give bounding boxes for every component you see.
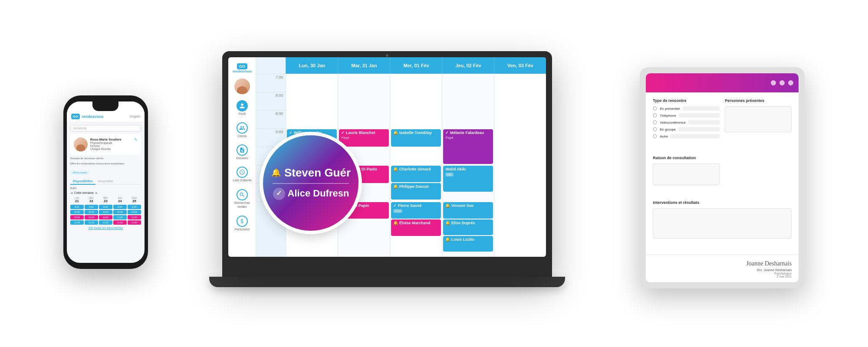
cal-go-badge: GO xyxy=(237,63,247,69)
tablet-dot-1 xyxy=(771,80,776,85)
event-vincent[interactable]: 🔔 Vincent Sue xyxy=(443,202,493,219)
profil-icon xyxy=(237,100,248,111)
cal-header-lun: Lun, 30 Jan xyxy=(286,57,338,74)
event-elise-name: 🔔 Elise Duprés xyxy=(445,221,491,226)
event-elise[interactable]: 🔔 Elise Duprés xyxy=(443,219,493,235)
tablet-raison-input[interactable] xyxy=(653,164,720,185)
phone-tab-info[interactable]: Information xyxy=(95,178,116,184)
laptop-base xyxy=(209,277,565,287)
tablet-option-telephone: Téléphone xyxy=(653,113,720,118)
tablet-radio-video[interactable] xyxy=(653,120,657,124)
tablet-device: Type de rencontre En présentiel Téléphon… xyxy=(640,67,805,288)
tablet-input-telephone xyxy=(679,113,720,118)
cal-day-jeu: ✓ Mélanie Falardeau Payé Walid Akiki 9$S… xyxy=(442,74,494,257)
phone-day-mar: Mar 22 xyxy=(85,196,98,203)
slot-1[interactable]: 9:00 xyxy=(70,205,84,209)
tablet-personnes-input[interactable] xyxy=(725,106,792,132)
tablet-label-video: Vidéoconférence xyxy=(660,121,686,124)
event-walid[interactable]: Walid Akiki 9$S xyxy=(443,166,493,192)
cal-logo: GO rendezvous xyxy=(233,62,252,73)
slot-2[interactable]: 9:00 xyxy=(85,205,98,209)
event-isabelle[interactable]: 🔔 Isabelle Tremblay xyxy=(391,129,441,147)
slot-14[interactable]: 11:00 xyxy=(113,215,127,219)
clients-icon xyxy=(237,122,248,134)
tablet-radio-groupe[interactable] xyxy=(653,127,657,131)
slot-11[interactable]: 10:00 xyxy=(70,215,84,219)
event-melanie[interactable]: ✓ Mélanie Falardeau Payé xyxy=(443,129,493,164)
zoom-check-icon: ✓ xyxy=(273,188,285,200)
sidebar-item-recherche[interactable]: Rechercher rendez xyxy=(230,187,254,211)
sidebar-item-clients[interactable]: Clients xyxy=(230,120,254,140)
tablet-type-section: Type de rencontre En présentiel Téléphon… xyxy=(653,98,720,151)
slot-9[interactable]: 10:00 xyxy=(113,210,127,214)
recherche-icon xyxy=(237,189,248,200)
event-louis[interactable]: 🔔 Louis Lozito xyxy=(443,236,493,252)
phone-filter-label: Suivi xyxy=(70,187,76,190)
tablet-header xyxy=(646,73,799,92)
event-eloise-name: 🔔 Éloïse Marchand xyxy=(393,221,439,226)
phone-tab-dispo[interactable]: Disponibilités xyxy=(70,178,95,185)
sidebar-item-attente[interactable]: Liste d'attente xyxy=(230,164,254,185)
cal-user-avatar xyxy=(234,79,250,94)
tablet-dot-3 xyxy=(788,80,793,85)
slot-12[interactable]: 10:00 xyxy=(85,215,98,219)
sidebar-label-profil: Profil xyxy=(239,112,246,115)
event-laurie[interactable]: ✓ Laurie Blanchet Payé xyxy=(339,129,389,147)
phone-day-jeu: Jeu 24 xyxy=(113,196,127,203)
phone-profile-gender: Femme xyxy=(90,144,132,147)
slot-20[interactable]: 11:00 xyxy=(128,220,141,225)
laptop-container: GO rendezvous Profil xyxy=(222,51,565,287)
laptop-device: GO rendezvous Profil xyxy=(222,51,552,277)
zoom-circle: 🔔 Steven Guér ✓ Alice Dufresn xyxy=(263,135,358,231)
slot-4[interactable]: 9:00 xyxy=(113,205,127,209)
tablet-input-groupe xyxy=(678,127,720,131)
event-william-name: ✓ William Landry xyxy=(289,131,335,136)
slot-15[interactable]: 11:00 xyxy=(128,215,141,219)
tablet-option-presentiel: En présentiel xyxy=(653,106,720,111)
slot-13[interactable]: 10:00 xyxy=(99,215,112,219)
phone-profile: Rose-Marie Souliere Physiothérapeute Fem… xyxy=(70,134,141,155)
tablet-interventions-input[interactable] xyxy=(653,208,792,239)
slot-7[interactable]: 10:00 xyxy=(85,210,98,214)
phone-profile-info: Rose-Marie Souliere Physiothérapeute Fem… xyxy=(90,137,132,151)
cal-header-mar: Mar, 31 Jan xyxy=(338,57,390,74)
slot-18[interactable]: 11:00 xyxy=(99,220,112,225)
cal-logo-text: rendezvous xyxy=(233,69,252,73)
slot-6[interactable]: 10:00 xyxy=(70,210,84,214)
event-philippe[interactable]: 🔔 Philippe Daoust xyxy=(391,183,441,200)
slot-17[interactable]: 11:00 xyxy=(85,220,98,225)
slot-5[interactable]: 9:00 xyxy=(128,205,141,209)
event-charlotte[interactable]: 🔔 Charlotte Simard xyxy=(391,166,441,182)
tablet-personnes-title: Personnes présentes xyxy=(725,98,792,103)
phone-profile-role: Physiothérapeute xyxy=(90,141,132,144)
sidebar-item-dossiers[interactable]: Dossiers xyxy=(230,142,254,162)
event-eloise[interactable]: 🔔 Éloïse Marchand xyxy=(391,219,441,236)
tablet-interventions-section: Interventions et résultats xyxy=(653,200,792,248)
sidebar-item-facturation[interactable]: Facturation xyxy=(230,213,254,233)
phone-edit-icon[interactable]: ✎ xyxy=(134,137,138,142)
tablet-type-title: Type de rencontre xyxy=(653,98,720,103)
time-900: 9:00 xyxy=(256,128,286,147)
tablet-option-groupe: En groupe xyxy=(653,127,720,131)
phone-search[interactable]: recherche xyxy=(70,125,141,131)
sidebar-item-profil[interactable]: Profil xyxy=(230,98,254,118)
phone-week-next[interactable]: ▶ xyxy=(95,191,98,195)
tablet-radio-telephone[interactable] xyxy=(653,113,657,118)
phone-more-link[interactable]: Voir toutes les disponibilités xyxy=(70,226,141,229)
slot-8[interactable]: 10:00 xyxy=(99,210,112,214)
slot-19[interactable]: 11:00 xyxy=(113,220,127,225)
phone-avatar xyxy=(74,137,88,151)
slot-3[interactable]: 9:00 xyxy=(99,205,112,209)
phone-week-prev[interactable]: ◀ xyxy=(70,191,72,195)
event-vincent-name: 🔔 Vincent Sue xyxy=(445,203,491,209)
tablet-radio-presentiel[interactable] xyxy=(653,106,657,111)
slot-16[interactable]: 11:00 xyxy=(70,220,84,225)
tablet-screen: Type de rencontre En présentiel Téléphon… xyxy=(646,73,799,282)
phone-slots: 9:00 9:00 9:00 9:00 9:00 10:00 10:00 10:… xyxy=(70,205,141,225)
tablet-radio-autre[interactable] xyxy=(653,134,657,138)
slot-10[interactable]: 10:00 xyxy=(128,210,141,214)
phone-day-sam: Sam 25 xyxy=(128,196,141,203)
event-pierre[interactable]: ✓ Pierre Sauvé RSS xyxy=(391,202,441,219)
phone-tag: d'Assurance xyxy=(70,170,90,175)
phone-profile-clinic: Clinique Muvrha xyxy=(90,147,132,151)
